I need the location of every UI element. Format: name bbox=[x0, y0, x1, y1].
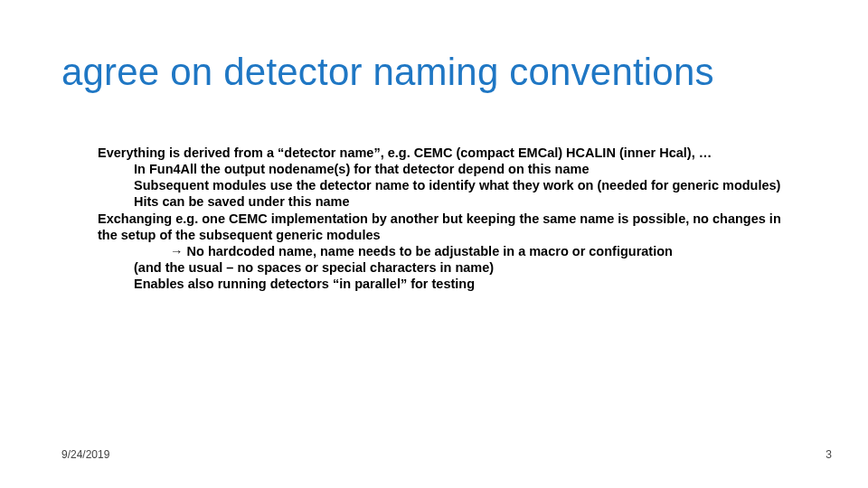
page-number: 3 bbox=[826, 448, 832, 461]
body-line: Hits can be saved under this name bbox=[134, 193, 785, 210]
body-line: In Fun4All the output nodename(s) for th… bbox=[134, 161, 785, 177]
body-line: Subsequent modules use the detector name… bbox=[134, 177, 785, 193]
footer-date: 9/24/2019 bbox=[61, 448, 109, 461]
body-line: Everything is derived from a “detector n… bbox=[98, 145, 785, 161]
body-line: Exchanging e.g. one CEMC implementation … bbox=[98, 211, 785, 243]
body-line: → No hardcoded name, name needs to be ad… bbox=[170, 243, 785, 259]
slide: agree on detector naming conventions Eve… bbox=[0, 0, 868, 488]
body-line: (and the usual – no spaces or special ch… bbox=[134, 259, 785, 276]
body-line: Enables also running detectors “in paral… bbox=[134, 276, 785, 292]
slide-title: agree on detector naming conventions bbox=[61, 51, 714, 94]
slide-body: Everything is derived from a “detector n… bbox=[98, 145, 785, 292]
